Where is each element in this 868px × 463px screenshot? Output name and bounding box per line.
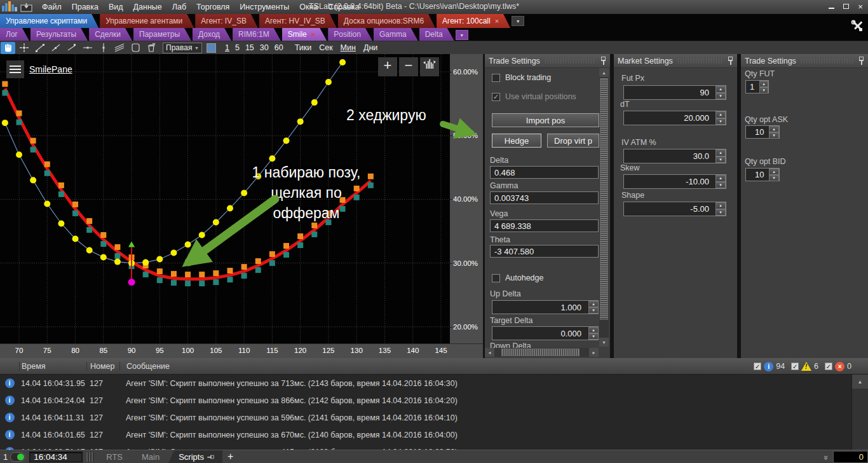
menu-item-Инструменты[interactable]: Инструменты <box>234 1 294 13</box>
crosshair-tool[interactable] <box>17 42 31 54</box>
log-row[interactable]: i14.04 16:04:11.31127Агент 'SIM': Скрипт… <box>0 409 851 426</box>
panel-vertical-scrollbar[interactable]: ▲ ▼ <box>599 68 609 347</box>
skew-field[interactable]: -10.00 <box>623 174 726 189</box>
panel-header[interactable]: Market Settings <box>614 54 737 68</box>
drop-virt-button[interactable]: Drop virt p <box>547 134 599 148</box>
target-delta-field[interactable]: 0.000 <box>492 326 599 340</box>
zoom-out-button[interactable]: − <box>399 57 418 76</box>
doc-tab-Smile[interactable]: Smile× <box>282 28 327 41</box>
delete-drawing-tool[interactable] <box>144 42 158 54</box>
doc-tab-Доход[interactable]: Доход <box>193 28 231 41</box>
scroll-up-icon[interactable]: ▲ <box>852 375 868 389</box>
target-delta-spinner[interactable]: ▴ ▾ <box>588 327 599 340</box>
spin-down-icon[interactable]: ▾ <box>715 156 726 163</box>
unit-Сек[interactable]: Сек <box>319 43 332 52</box>
log-row[interactable]: i14.04 16:04:01.65127Агент 'SIM': Скрипт… <box>0 426 851 443</box>
doc-tab-Delta[interactable]: Delta <box>419 28 454 41</box>
agent-tab[interactable]: Агент: IV_SB <box>195 14 258 28</box>
close-icon[interactable]: × <box>495 17 499 25</box>
spin-up-icon[interactable]: ▴ <box>715 175 726 182</box>
spin-down-icon[interactable]: ▾ <box>588 333 599 340</box>
scrollbar-thumb[interactable] <box>600 78 608 320</box>
error-filter[interactable]: ✓ × 0 <box>825 362 851 371</box>
spin-down-icon[interactable]: ▾ <box>769 175 779 181</box>
spin-up-icon[interactable]: ▴ <box>588 327 599 333</box>
close-icon[interactable]: × <box>311 31 315 38</box>
up-delta-field[interactable]: 1.000 <box>492 300 599 314</box>
doc-tab-Результаты[interactable]: Результаты <box>31 28 88 41</box>
import-pos-button[interactable]: Import pos <box>492 113 599 127</box>
minimize-button[interactable] <box>826 2 836 11</box>
pin-icon[interactable] <box>858 57 864 65</box>
vline-tool[interactable] <box>96 42 111 54</box>
ray-line-tool[interactable] <box>48 42 63 54</box>
spin-down-icon[interactable]: ▾ <box>715 93 726 100</box>
trend-line-tool[interactable] <box>32 42 47 54</box>
spin-down-icon[interactable]: ▾ <box>769 132 779 139</box>
log-scrollbar[interactable]: ▲ <box>851 375 868 450</box>
iv-atm-field[interactable]: 30.0 <box>623 149 726 163</box>
agent-tab[interactable]: Управление агентами <box>100 14 194 28</box>
spin-down-icon[interactable]: ▾ <box>715 118 726 125</box>
qty-fut-spinner[interactable]: ▴▾ <box>759 81 768 93</box>
fut-px-spinner[interactable]: ▴▾ <box>715 86 726 99</box>
shape-field[interactable]: -5.00 <box>623 202 726 216</box>
doc-tab-RIM6:1M[interactable]: RIM6:1M <box>233 28 281 41</box>
y-axis[interactable]: 60.00%50.00%40.00%30.00%20.00% <box>450 54 483 343</box>
spin-up-icon[interactable]: ▴ <box>769 126 779 132</box>
block-trading-checkbox[interactable]: Block trading <box>492 73 551 82</box>
segment-line-tool[interactable] <box>64 42 79 54</box>
menu-item-Правка[interactable]: Правка <box>67 1 104 13</box>
spin-up-icon[interactable]: ▴ <box>769 169 779 175</box>
spin-up-icon[interactable]: ▴ <box>715 111 726 118</box>
qty-bid-spinner[interactable]: ▴▾ <box>769 169 779 181</box>
notification-counter[interactable]: 0 <box>833 451 868 463</box>
shape-spinner[interactable]: ▴▾ <box>715 202 726 216</box>
save-icon[interactable] <box>20 3 33 12</box>
hand-tool[interactable] <box>1 42 15 54</box>
checkbox-box[interactable] <box>492 274 500 282</box>
panel-header[interactable]: Trade Settings <box>485 54 610 68</box>
up-delta-spinner[interactable]: ▴ ▾ <box>588 301 599 314</box>
autohedge-checkbox[interactable]: Autohedge <box>492 273 543 282</box>
smile-chart[interactable] <box>0 54 450 343</box>
pane-title[interactable]: SmilePane <box>29 64 72 74</box>
timeframe-1[interactable]: 1 <box>225 43 229 52</box>
log-number-column-header[interactable]: Номер <box>86 362 119 371</box>
menu-item-Торговля[interactable]: Торговля <box>191 1 234 13</box>
agent-tab[interactable]: Агент: 100call× <box>437 14 510 28</box>
qty-ask-spinner[interactable]: ▴▾ <box>769 126 779 138</box>
shape-tool[interactable] <box>128 42 142 54</box>
add-workspace-button[interactable]: + <box>227 451 233 462</box>
spin-up-icon[interactable]: ▴ <box>715 202 726 209</box>
warning-filter[interactable]: ✓ ! 6 <box>791 362 818 371</box>
agent-tab[interactable]: Агент: HV_IV_SB <box>259 14 337 28</box>
panel-header[interactable]: Trade Settings <box>741 54 868 68</box>
menu-item-Лаб[interactable]: Лаб <box>167 1 191 13</box>
panel-horizontal-scrollbar[interactable]: ◂ ▸ <box>485 348 599 357</box>
unit-Тики[interactable]: Тики <box>295 43 312 52</box>
info-filter[interactable]: ✓ i 94 <box>754 362 785 371</box>
agent-tab[interactable]: Доска опционов:SRM6 <box>338 14 435 28</box>
fit-chart-button[interactable] <box>420 57 439 76</box>
scroll-right-icon[interactable]: ▸ <box>589 348 599 357</box>
doc-tab-Position[interactable]: Position <box>328 28 372 41</box>
scroll-down-icon[interactable]: ▼ <box>599 338 609 347</box>
doc-tabs-dropdown-icon[interactable]: ▼ <box>456 30 468 40</box>
connection-toggle[interactable] <box>10 452 25 462</box>
log-row[interactable]: i14.04 16:04:24.04127Агент 'SIM': Скрипт… <box>0 392 851 409</box>
iv-atm-spinner[interactable]: ▴▾ <box>715 149 726 163</box>
doc-tab-Сделки[interactable]: Сделки <box>89 28 132 41</box>
checkbox-box[interactable]: ✓ <box>791 363 799 370</box>
timeframe-30[interactable]: 30 <box>260 43 269 52</box>
use-virtual-positions-checkbox[interactable]: ✓ Use virtual positions <box>492 92 576 101</box>
checkbox-box[interactable]: ✓ <box>492 93 500 101</box>
workspace-tab-Scripts[interactable]: Scripts <box>168 450 222 463</box>
unit-Дни[interactable]: Дни <box>363 43 377 52</box>
dt-spinner[interactable]: ▴▾ <box>715 111 726 125</box>
skew-spinner[interactable]: ▴▾ <box>715 175 726 188</box>
menu-item-Данные[interactable]: Данные <box>128 1 167 13</box>
spin-down-icon[interactable]: ▾ <box>588 307 599 314</box>
dt-field[interactable]: 20.000 <box>623 111 726 125</box>
agent-tabs-dropdown-icon[interactable]: ▼ <box>512 16 524 26</box>
